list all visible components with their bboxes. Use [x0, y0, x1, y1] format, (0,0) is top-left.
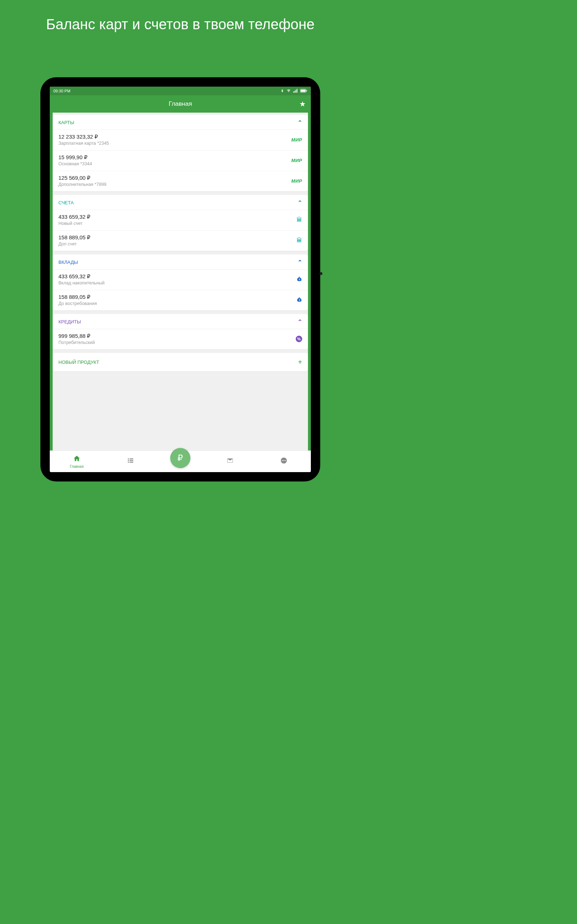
svg-rect-0 [293, 91, 294, 92]
svg-point-16 [282, 460, 283, 461]
nav-list[interactable] [116, 457, 145, 466]
section-header-accounts[interactable]: СЧЕТА ⌃ [53, 195, 308, 210]
account-amount: 158 889,05 ₽ [58, 234, 90, 241]
signal-icon [293, 89, 298, 94]
section-accounts: СЧЕТА ⌃ 433 659,32 ₽ Новый счет 🏛 [53, 195, 308, 251]
svg-rect-6 [306, 90, 307, 91]
svg-rect-1 [294, 90, 295, 92]
tablet-frame: 09:30 PM Главная ★ [40, 77, 320, 481]
home-icon [73, 455, 81, 464]
credit-row[interactable]: 999 985,88 ₽ Потребительский % [53, 329, 308, 349]
app-header: Главная ★ [50, 95, 311, 113]
wifi-icon [286, 89, 291, 94]
bank-icon: 🏛 [297, 216, 302, 223]
svg-rect-10 [130, 459, 134, 459]
ruble-icon: ₽ [177, 453, 183, 463]
section-header-cards[interactable]: КАРТЫ ⌃ [53, 115, 308, 130]
tablet-camera [319, 272, 322, 275]
mir-badge-icon: МИР [292, 178, 302, 184]
card-amount: 125 569,00 ₽ [58, 175, 106, 181]
mir-badge-icon: МИР [292, 137, 302, 142]
nav-pay-fab[interactable]: ₽ [170, 448, 190, 468]
mir-badge-icon: МИР [292, 158, 302, 163]
svg-rect-5 [301, 89, 306, 92]
nav-mail[interactable] [216, 457, 245, 466]
content-scroll[interactable]: КАРТЫ ⌃ 12 233 323,32 ₽ Зарплатная карта… [50, 113, 311, 451]
svg-point-18 [285, 460, 286, 461]
deposit-row[interactable]: 433 659,32 ₽ Вклад накопительный ₽ [53, 270, 308, 290]
page-title: Главная [169, 100, 192, 108]
bank-icon: 🏛 [297, 237, 302, 244]
section-header-deposits[interactable]: ВКЛАДЫ ⌃ [53, 254, 308, 270]
section-cards: КАРТЫ ⌃ 12 233 323,32 ₽ Зарплатная карта… [53, 115, 308, 191]
deposit-subtitle: До востребования [58, 301, 97, 306]
nav-home[interactable]: Главная [62, 455, 91, 468]
section-title: КРЕДИТЫ [58, 319, 81, 325]
svg-rect-13 [128, 462, 129, 463]
nav-home-label: Главная [70, 465, 84, 468]
svg-rect-14 [130, 462, 134, 463]
chevron-up-icon: ⌃ [298, 119, 302, 126]
section-title: ВКЛАДЫ [58, 260, 78, 265]
card-row[interactable]: 12 233 323,32 ₽ Зарплатная карта *2345 М… [53, 130, 308, 150]
marketing-title: Баланс карт и счетов в твоем телефоне [0, 0, 361, 33]
card-amount: 15 999,90 ₽ [58, 154, 92, 161]
status-time: 09:30 PM [53, 89, 70, 93]
account-row[interactable]: 158 889,05 ₽ Доп счет 🏛 [53, 231, 308, 251]
svg-rect-3 [297, 89, 298, 92]
card-amount: 12 233 323,32 ₽ [58, 134, 109, 140]
money-bag-icon: ₽ [297, 276, 302, 283]
status-bar: 09:30 PM [50, 87, 311, 95]
deposit-amount: 158 889,05 ₽ [58, 294, 97, 300]
deposit-subtitle: Вклад накопительный [58, 281, 105, 286]
nav-more[interactable] [269, 457, 298, 466]
deposit-amount: 433 659,32 ₽ [58, 273, 105, 280]
section-title: СЧЕТА [58, 200, 74, 205]
card-subtitle: Дополнительная *7899 [58, 182, 106, 187]
mail-icon [226, 457, 234, 466]
svg-point-17 [284, 460, 285, 461]
status-icons [280, 89, 307, 94]
section-deposits: ВКЛАДЫ ⌃ 433 659,32 ₽ Вклад накопительны… [53, 254, 308, 310]
account-amount: 433 659,32 ₽ [58, 214, 90, 220]
section-header-credits[interactable]: КРЕДИТЫ ⌃ [53, 314, 308, 329]
account-subtitle: Новый счет [58, 221, 90, 226]
favorites-button[interactable]: ★ [299, 100, 306, 108]
bottom-nav: Главная ₽ [50, 451, 311, 472]
section-title: КАРТЫ [58, 120, 74, 125]
device-screen: 09:30 PM Главная ★ [50, 87, 311, 472]
chevron-up-icon: ⌃ [298, 259, 302, 266]
account-subtitle: Доп счет [58, 241, 90, 247]
account-row[interactable]: 433 659,32 ₽ Новый счет 🏛 [53, 210, 308, 231]
list-icon [127, 457, 134, 466]
svg-rect-12 [130, 460, 134, 461]
card-subtitle: Основная *3344 [58, 162, 92, 166]
battery-icon [300, 89, 307, 94]
percent-icon: % [296, 336, 302, 342]
svg-rect-9 [128, 459, 129, 459]
chevron-up-icon: ⌃ [298, 199, 302, 206]
credit-subtitle: Потребительский [58, 340, 95, 345]
money-bag-icon: ₽ [297, 296, 302, 304]
section-credits: КРЕДИТЫ ⌃ 999 985,88 ₽ Потребительский % [53, 314, 308, 349]
section-new-product[interactable]: НОВЫЙ ПРОДУКТ + [53, 353, 308, 372]
new-product-title: НОВЫЙ ПРОДУКТ [58, 360, 99, 365]
bluetooth-icon [280, 89, 284, 94]
svg-rect-2 [296, 89, 297, 92]
credit-amount: 999 985,88 ₽ [58, 333, 95, 339]
more-icon [280, 457, 287, 466]
svg-rect-11 [128, 460, 129, 461]
card-subtitle: Зарплатная карта *2345 [58, 141, 109, 146]
card-row[interactable]: 15 999,90 ₽ Основная *3344 МИР [53, 150, 308, 171]
deposit-row[interactable]: 158 889,05 ₽ До востребования ₽ [53, 290, 308, 310]
chevron-up-icon: ⌃ [298, 318, 302, 325]
plus-icon: + [298, 358, 302, 366]
card-row[interactable]: 125 569,00 ₽ Дополнительная *7899 МИР [53, 171, 308, 191]
